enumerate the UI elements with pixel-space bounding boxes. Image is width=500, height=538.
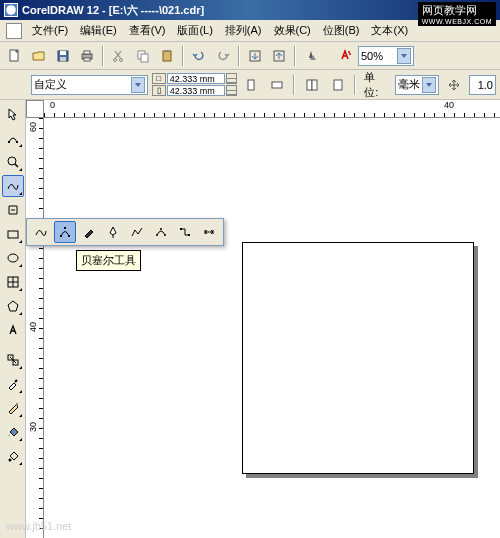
ellipse-tool[interactable] (2, 247, 24, 269)
svg-rect-39 (180, 228, 182, 230)
text-tool[interactable] (2, 319, 24, 341)
svg-rect-40 (188, 234, 190, 236)
svg-rect-7 (84, 58, 90, 61)
save-button[interactable] (52, 45, 74, 67)
zoom-combo[interactable]: 50% (358, 46, 414, 66)
dropdown-arrow-icon (422, 77, 436, 93)
nudge-value[interactable]: 1.0 (469, 75, 496, 95)
dropdown-arrow-icon (397, 48, 411, 64)
freehand-tool[interactable] (2, 175, 24, 197)
height-icon: ▯ (152, 85, 166, 96)
toolbox (0, 100, 26, 538)
connector-tool-fly[interactable] (174, 221, 196, 243)
open-button[interactable] (28, 45, 50, 67)
width-input[interactable]: 42.333 mm (167, 73, 225, 84)
freehand-tool-fly[interactable] (30, 221, 52, 243)
paste-button[interactable] (156, 45, 178, 67)
redo-button[interactable] (212, 45, 234, 67)
svg-point-17 (349, 53, 351, 55)
vertical-ruler[interactable]: 60 50 40 30 (26, 118, 44, 538)
graph-paper-tool[interactable] (2, 271, 24, 293)
height-spinner[interactable] (226, 85, 237, 96)
separator (102, 46, 104, 66)
svg-rect-21 (312, 80, 317, 90)
page-rect (242, 242, 474, 474)
svg-rect-34 (68, 235, 70, 237)
svg-rect-13 (165, 50, 169, 52)
eyedropper-tool[interactable] (2, 373, 24, 395)
svg-rect-33 (60, 235, 62, 237)
new-button[interactable] (4, 45, 26, 67)
drawing-canvas[interactable] (44, 118, 500, 538)
interactive-fill-tool[interactable] (2, 445, 24, 467)
svg-point-27 (8, 254, 18, 262)
svg-point-38 (160, 228, 162, 230)
cut-button[interactable] (108, 45, 130, 67)
shape-tool[interactable] (2, 127, 24, 149)
app-launcher-button[interactable] (300, 45, 322, 67)
zoom-tool[interactable] (2, 151, 24, 173)
interactive-blend-tool[interactable] (2, 349, 24, 371)
svg-rect-20 (307, 80, 312, 90)
units-combo[interactable]: 毫米 (395, 75, 440, 95)
dimension-tool-fly[interactable] (198, 221, 220, 243)
svg-point-37 (164, 234, 166, 236)
pen-tool-fly[interactable] (102, 221, 124, 243)
nudge-button[interactable] (443, 74, 464, 96)
menu-text[interactable]: 文本(X) (365, 21, 414, 40)
separator (238, 46, 240, 66)
print-button[interactable] (76, 45, 98, 67)
width-spinner[interactable] (226, 73, 237, 84)
polygon-tool[interactable] (2, 295, 24, 317)
rectangle-tool[interactable] (2, 223, 24, 245)
landscape-button[interactable] (266, 74, 287, 96)
pages-button-1[interactable] (301, 74, 322, 96)
svg-rect-3 (60, 51, 66, 55)
artistic-media-tool-fly[interactable] (78, 221, 100, 243)
svg-point-16 (348, 51, 350, 53)
workspace: 0 40 60 50 40 30 (0, 100, 500, 538)
menu-layout[interactable]: 版面(L) (171, 21, 218, 40)
svg-rect-18 (248, 80, 254, 90)
menu-file[interactable]: 文件(F) (26, 21, 74, 40)
pick-tool[interactable] (2, 103, 24, 125)
svg-point-32 (8, 459, 11, 462)
bezier-tool-fly[interactable] (54, 221, 76, 243)
svg-rect-24 (16, 141, 18, 143)
menu-effects[interactable]: 效果(C) (268, 21, 317, 40)
horizontal-ruler[interactable]: 0 40 (44, 100, 500, 118)
outline-tool[interactable] (2, 397, 24, 419)
svg-point-8 (114, 58, 117, 61)
undo-button[interactable] (188, 45, 210, 67)
svg-rect-35 (64, 227, 66, 229)
import-button[interactable] (244, 45, 266, 67)
menu-view[interactable]: 查看(V) (123, 21, 172, 40)
svg-rect-6 (84, 51, 90, 54)
fill-tool[interactable] (2, 421, 24, 443)
paper-preset-combo[interactable]: 自定义 (31, 75, 147, 95)
ruler-origin[interactable] (26, 100, 44, 118)
svg-rect-19 (272, 82, 282, 88)
units-label: 单位: (362, 70, 390, 100)
watermark-url: www.jb51.net (6, 520, 71, 532)
document-icon[interactable] (6, 23, 22, 39)
app-icon (4, 3, 18, 17)
export-button[interactable] (268, 45, 290, 67)
zoom-value: 50% (361, 50, 383, 62)
svg-rect-12 (163, 51, 171, 61)
height-input[interactable]: 42.333 mm (167, 85, 225, 96)
3point-curve-tool-fly[interactable] (150, 221, 172, 243)
copy-button[interactable] (132, 45, 154, 67)
menu-edit[interactable]: 编辑(E) (74, 21, 123, 40)
svg-point-25 (8, 157, 16, 165)
ruler-area: 0 40 60 50 40 30 (26, 100, 500, 538)
smart-draw-tool[interactable] (2, 199, 24, 221)
menu-bitmaps[interactable]: 位图(B) (317, 21, 366, 40)
corel-online-button[interactable] (334, 45, 356, 67)
menu-arrange[interactable]: 排列(A) (219, 21, 268, 40)
portrait-button[interactable] (241, 74, 262, 96)
pages-button-2[interactable] (327, 74, 348, 96)
dropdown-arrow-icon (131, 77, 145, 93)
polyline-tool-fly[interactable] (126, 221, 148, 243)
svg-rect-31 (16, 403, 18, 406)
